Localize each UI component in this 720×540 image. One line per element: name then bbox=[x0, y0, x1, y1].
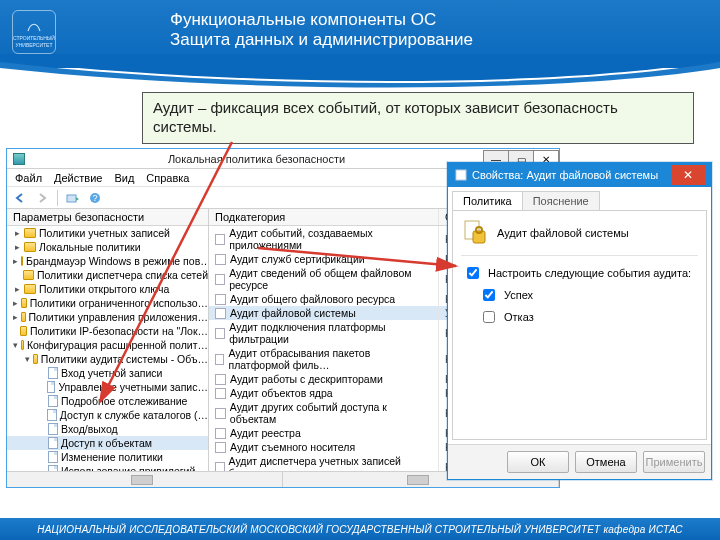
tree-item[interactable]: ▸Локальные политики bbox=[7, 240, 208, 254]
tree-item[interactable]: Использование привилегий bbox=[7, 464, 208, 471]
slide-footer: НАЦИОНАЛЬНЫЙ ИССЛЕДОВАТЕЛЬСКИЙ МОСКОВСКИ… bbox=[0, 518, 720, 540]
tree-item[interactable]: ▾Конфигурация расширенной полит… bbox=[7, 338, 208, 352]
tree-item[interactable]: Политики IP-безопасности на "Лок… bbox=[7, 324, 208, 338]
tab-policy[interactable]: Политика bbox=[452, 191, 523, 210]
tree-item[interactable]: ▸Политики учетных записей bbox=[7, 226, 208, 240]
menu-file[interactable]: Файл bbox=[15, 172, 42, 184]
tree-item[interactable]: Подробное отслеживание bbox=[7, 394, 208, 408]
properties-dialog: Свойства: Аудит файловой системы ✕ Полит… bbox=[447, 162, 712, 480]
dialog-icon bbox=[454, 168, 468, 182]
cancel-button[interactable]: Отмена bbox=[575, 451, 637, 473]
tree-item[interactable]: ▸Политики ограниченного использо… bbox=[7, 296, 208, 310]
menu-help[interactable]: Справка bbox=[146, 172, 189, 184]
university-logo: СТРОИТЕЛЬНЫЙ УНИВЕРСИТЕТ bbox=[12, 10, 56, 54]
dialog-title-text: Свойства: Аудит файловой системы bbox=[472, 169, 658, 181]
configure-events-checkbox[interactable]: Настроить следующие события аудита: bbox=[463, 264, 698, 282]
dialog-titlebar[interactable]: Свойства: Аудит файловой системы ✕ bbox=[448, 163, 711, 187]
tree-item[interactable]: Политики диспетчера списка сетей bbox=[7, 268, 208, 282]
failure-checkbox[interactable]: Отказ bbox=[479, 308, 698, 326]
svg-rect-3 bbox=[456, 170, 466, 180]
ok-button[interactable]: ОК bbox=[507, 451, 569, 473]
banner-swoosh bbox=[0, 54, 720, 88]
app-icon bbox=[13, 153, 25, 165]
tab-explanation[interactable]: Пояснение bbox=[522, 191, 600, 210]
tree-item[interactable]: Доступ к службе каталогов (… bbox=[7, 408, 208, 422]
export-button[interactable] bbox=[64, 189, 82, 207]
definition-callout: Аудит – фиксация всех событий, от которы… bbox=[142, 92, 694, 144]
policy-icon bbox=[461, 219, 489, 247]
svg-text:?: ? bbox=[92, 193, 97, 203]
slide-title: Функциональные компоненты ОС Защита данн… bbox=[170, 10, 473, 50]
tree-item[interactable]: Доступ к объектам bbox=[7, 436, 208, 450]
svg-rect-0 bbox=[67, 195, 76, 202]
tree-item[interactable]: ▸Политики открытого ключа bbox=[7, 282, 208, 296]
forward-button[interactable] bbox=[33, 189, 51, 207]
apply-button[interactable]: Применить bbox=[643, 451, 705, 473]
col-subcategory[interactable]: Подкатегория bbox=[209, 209, 439, 225]
tree-item[interactable]: Вход/выход bbox=[7, 422, 208, 436]
tree-header: Параметры безопасности bbox=[7, 209, 208, 226]
tree-item[interactable]: ▾Политики аудита системы - Объ… bbox=[7, 352, 208, 366]
tree-item[interactable]: ▸Брандмауэр Windows в режиме пов… bbox=[7, 254, 208, 268]
menu-action[interactable]: Действие bbox=[54, 172, 102, 184]
window-title: Локальная политика безопасности bbox=[29, 153, 484, 165]
tree-item[interactable]: Вход учетной записи bbox=[7, 366, 208, 380]
menu-view[interactable]: Вид bbox=[114, 172, 134, 184]
success-checkbox[interactable]: Успех bbox=[479, 286, 698, 304]
tree-item[interactable]: ▸Политики управления приложения… bbox=[7, 310, 208, 324]
tree-item[interactable]: Изменение политики bbox=[7, 450, 208, 464]
back-button[interactable] bbox=[11, 189, 29, 207]
dialog-close-button[interactable]: ✕ bbox=[671, 165, 705, 185]
security-tree[interactable]: Параметры безопасности ▸Политики учетных… bbox=[7, 209, 209, 471]
dialog-heading: Аудит файловой системы bbox=[497, 227, 629, 239]
help-icon[interactable]: ? bbox=[86, 189, 104, 207]
tree-item[interactable]: Управление учетными запис… bbox=[7, 380, 208, 394]
